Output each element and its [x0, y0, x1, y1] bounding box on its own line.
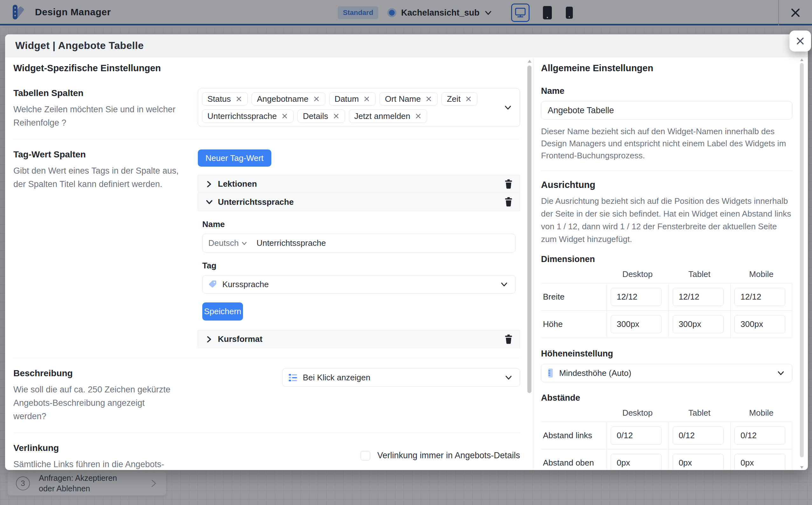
column-chip[interactable]: Datum — [329, 92, 376, 106]
chip-remove-icon[interactable] — [313, 96, 320, 103]
column-chip[interactable]: Zeit — [442, 92, 477, 106]
abstaende-label: Abstände — [541, 393, 792, 403]
ruler-icon — [547, 368, 554, 378]
abstand-oben-desktop-input[interactable]: 0px — [611, 454, 662, 470]
hoeheneinstellung-label: Höheneinstellung — [541, 349, 792, 359]
chip-remove-icon[interactable] — [333, 113, 340, 120]
left-panel-scrollbar[interactable] — [527, 57, 532, 470]
section-title: Beschreibung — [13, 368, 198, 378]
chevron-down-icon — [499, 280, 509, 289]
column-header: Mobile — [730, 269, 792, 283]
trash-icon[interactable] — [504, 179, 513, 189]
right-panel-heading: Allgemeine Einstellungen — [541, 63, 792, 73]
column-chip[interactable]: Jetzt anmelden — [349, 110, 427, 123]
description-display-select[interactable]: Bei Klick anzeigen — [282, 368, 520, 387]
column-chip[interactable]: Details — [297, 110, 345, 123]
section-desc: Welche Zeilen möchten Sie und in welcher… — [13, 103, 198, 130]
height-setting-select[interactable]: Mindesthöhe (Auto) — [541, 364, 792, 382]
tag-name-value[interactable]: Unterrichtssprache — [256, 238, 326, 248]
column-chip[interactable]: Status — [202, 92, 248, 106]
dimensionen-table: Desktop Tablet Mobile Breite 12/12 12/12… — [541, 269, 792, 338]
section-verlinkung: Verlinkung Sämtliche Links führen in die… — [13, 443, 520, 470]
section-desc: Sämtliche Links führen in die Angebots-D… — [13, 458, 198, 470]
section-divider — [13, 358, 520, 358]
widget-name-input[interactable]: Angebote Tabelle — [541, 101, 792, 120]
verlinkung-checkbox-label: Verlinkung immer in Angebots-Details — [377, 451, 520, 461]
column-chip[interactable]: Ort Name — [379, 92, 438, 106]
section-divider — [541, 170, 792, 171]
section-tabellen-spalten: Tabellen Spalten Welche Zeilen möchten S… — [13, 88, 520, 130]
chevron-down-icon[interactable] — [205, 198, 218, 206]
scroll-up-arrow-icon[interactable] — [800, 58, 803, 61]
abstand-links-desktop-input[interactable]: 0/12 — [611, 427, 662, 445]
tag-name-input[interactable]: Deutsch Unterrichtssprache — [202, 234, 516, 252]
section-divider — [13, 139, 520, 139]
accordion-item-unterrichtssprache[interactable]: Unterrichtssprache — [198, 193, 520, 211]
scrollbar-thumb[interactable] — [800, 63, 804, 457]
left-panel-heading: Widget-Spezifische Einstellungen — [13, 63, 520, 73]
modal-close-button[interactable] — [789, 30, 811, 51]
breite-tablet-input[interactable]: 12/12 — [673, 288, 723, 306]
section-beschreibung: Beschreibung Wie soll die auf ca. 250 Ze… — [13, 368, 520, 423]
name-label: Name — [541, 86, 792, 96]
tag-value-editor: Name Deutsch Unterrichtssprache — [198, 219, 520, 330]
section-tag-wert-spalten: Tag-Wert Spalten Gibt den Wert eines Tag… — [13, 150, 520, 348]
column-header: Tablet — [669, 269, 730, 283]
accordion-item-lektionen[interactable]: Lektionen — [198, 175, 520, 193]
right-panel-scrollbar[interactable] — [800, 58, 804, 469]
table-row-abstand-oben: Abstand oben 0px 0px 0px — [541, 449, 792, 470]
section-title: Tag-Wert Spalten — [13, 150, 198, 160]
widget-specific-settings-panel: Widget-Spezifische Einstellungen Tabelle… — [5, 57, 527, 470]
widget-settings-modal: Widget | Angebote Tabelle Widget-Spezifi… — [5, 34, 808, 470]
save-button[interactable]: Speichern — [202, 302, 243, 321]
verlinkung-checkbox[interactable] — [361, 451, 370, 461]
chip-remove-icon[interactable] — [425, 96, 432, 103]
chip-remove-icon[interactable] — [281, 113, 288, 120]
abstand-links-mobile-input[interactable]: 0/12 — [735, 427, 785, 445]
column-chip[interactable]: Angebotname — [252, 92, 325, 106]
language-selector[interactable]: Deutsch — [208, 238, 248, 248]
modal-header: Widget | Angebote Tabelle — [5, 34, 808, 57]
section-title: Tabellen Spalten — [13, 88, 198, 98]
table-columns-multiselect[interactable]: Status Angebotname Datum Ort Name Zeit U… — [198, 88, 520, 127]
chevron-down-icon[interactable] — [503, 103, 513, 112]
height-setting-value: Mindesthöhe (Auto) — [559, 368, 631, 378]
abstand-links-tablet-input[interactable]: 0/12 — [673, 427, 723, 445]
trash-icon[interactable] — [504, 335, 513, 344]
hoehe-tablet-input[interactable]: 300px — [673, 315, 723, 333]
chevron-right-icon[interactable] — [205, 335, 218, 343]
hoehe-mobile-input[interactable]: 300px — [735, 315, 785, 333]
accordion-item-kursformat[interactable]: Kursformat — [198, 330, 520, 348]
chip-remove-icon[interactable] — [235, 96, 242, 103]
new-tag-value-button[interactable]: Neuer Tag-Wert — [198, 150, 271, 167]
scroll-down-arrow-icon[interactable] — [800, 466, 803, 469]
list-icon — [288, 373, 298, 382]
chevron-right-icon[interactable] — [205, 180, 218, 188]
table-row-abstand-links: Abstand links 0/12 0/12 0/12 — [541, 422, 792, 449]
ausrichtung-desc: Die Ausrichtung bezieht sich auf die Pos… — [541, 195, 792, 245]
tag-field-label: Tag — [202, 261, 516, 271]
chip-remove-icon[interactable] — [363, 96, 370, 103]
hoehe-desktop-input[interactable]: 300px — [611, 315, 662, 333]
tag-select[interactable]: Kurssprache — [202, 275, 516, 294]
chevron-down-icon — [776, 368, 786, 378]
scroll-up-arrow-icon[interactable] — [528, 60, 531, 63]
chip-remove-icon[interactable] — [415, 113, 422, 120]
section-desc: Wie soll die auf ca. 250 Zeichen gekürzt… — [13, 383, 198, 423]
name-field-label: Name — [202, 219, 516, 229]
abstand-oben-mobile-input[interactable]: 0px — [735, 454, 785, 470]
column-header: Tablet — [669, 408, 730, 422]
tag-select-value: Kurssprache — [222, 280, 269, 289]
column-chip[interactable]: Unterrichtssprache — [202, 110, 294, 123]
tag-value-accordion: Lektionen — [198, 175, 520, 348]
scrollbar-thumb[interactable] — [527, 65, 531, 393]
breite-mobile-input[interactable]: 12/12 — [735, 288, 785, 306]
trash-icon[interactable] — [504, 197, 513, 207]
tag-icon — [208, 280, 217, 289]
chip-remove-icon[interactable] — [465, 96, 472, 103]
breite-desktop-input[interactable]: 12/12 — [611, 288, 662, 306]
modal-title: Widget | Angebote Tabelle — [15, 40, 144, 51]
column-header: Desktop — [607, 408, 669, 422]
table-row-breite: Breite 12/12 12/12 12/12 — [541, 283, 792, 310]
abstand-oben-tablet-input[interactable]: 0px — [673, 454, 723, 470]
